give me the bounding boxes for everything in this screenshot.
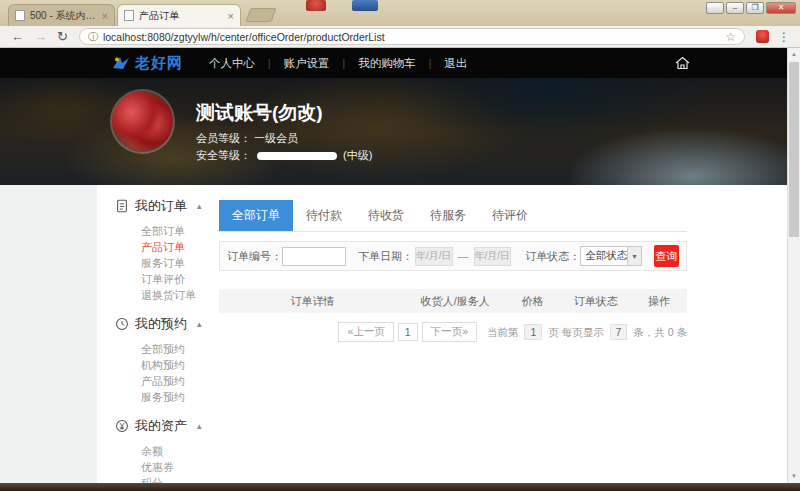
column-order-details: 订单详情: [219, 294, 406, 309]
window-bottom-edge: [0, 483, 800, 491]
sidebar-item-coupons[interactable]: 优惠券: [141, 459, 219, 475]
date-to-input[interactable]: 年/月/日: [474, 247, 512, 266]
yuan-circle-icon: [115, 419, 129, 433]
avatar[interactable]: [112, 91, 173, 152]
nav-separator: |: [343, 58, 346, 69]
sidebar-section-title: 我的订单: [135, 197, 187, 215]
sidebar-item-product-orders[interactable]: 产品订单: [141, 239, 219, 255]
sidebar-item-balance[interactable]: 余额: [141, 443, 219, 459]
column-consignee: 收货人/服务人: [406, 294, 504, 309]
sidebar-item-order-reviews[interactable]: 订单评价: [141, 271, 219, 287]
member-level-value: 一级会员: [254, 132, 298, 144]
sidebar-section-title: 我的资产: [135, 417, 187, 435]
current-page-value: 1: [524, 324, 542, 340]
next-page-button[interactable]: 下一页»: [422, 322, 477, 342]
sidebar-order-items: 全部订单 产品订单 服务订单 订单评价 退换货订单: [115, 223, 219, 303]
sidebar-item-all-appointments[interactable]: 全部预约: [141, 341, 219, 357]
chevron-down-icon: ▾: [627, 247, 641, 265]
security-level-line: 安全等级： (中级): [196, 148, 372, 163]
sidebar-section-my-assets[interactable]: 我的资产 ▴: [115, 417, 219, 435]
minimize-button[interactable]: –: [726, 2, 744, 14]
order-status-label: 订单状态：: [525, 249, 580, 264]
security-level-value: (中级): [343, 148, 372, 163]
back-icon[interactable]: ←: [6, 27, 29, 47]
site-logo[interactable]: 老好网: [112, 54, 183, 73]
nav-separator: |: [268, 58, 271, 69]
browser-menu-icon[interactable]: ⋮: [774, 30, 794, 44]
tab-all-orders[interactable]: 全部订单: [219, 200, 293, 231]
order-no-input[interactable]: [282, 247, 346, 266]
clock-icon: [115, 317, 129, 331]
page-scrollbar[interactable]: ▲ ▼: [787, 48, 800, 483]
tab-pending-service[interactable]: 待服务: [417, 200, 479, 231]
sidebar-section-title: 我的预约: [135, 315, 187, 333]
page-favicon: [124, 10, 134, 21]
current-page-button[interactable]: 1: [398, 323, 418, 341]
collapse-arrow-icon[interactable]: ▴: [197, 319, 202, 329]
site-info-icon[interactable]: ⓘ: [88, 30, 98, 44]
order-status-select[interactable]: 全部状态 ▾: [580, 246, 642, 266]
maximize-button[interactable]: ❐: [746, 2, 764, 14]
column-order-status: 订单状态: [561, 294, 631, 309]
new-tab-button[interactable]: [245, 8, 276, 22]
window-titlebar: 500 - 系统内部错误 × 产品订单 × – ❐ ✕: [0, 0, 800, 26]
extension-icon[interactable]: [756, 30, 769, 43]
pagination: «上一页 1 下一页» 当前第 1 页 每页显示 7 条，共 0 条: [219, 322, 687, 342]
sidebar-item-product-appointments[interactable]: 产品预约: [141, 373, 219, 389]
home-icon[interactable]: [674, 55, 691, 71]
window-profile-button[interactable]: [706, 2, 724, 14]
sidebar-item-all-orders[interactable]: 全部订单: [141, 223, 219, 239]
date-from-input[interactable]: 年/月/日: [415, 247, 453, 266]
nav-item-account-settings[interactable]: 账户设置: [284, 56, 330, 71]
sidebar: 我的订单 ▴ 全部订单 产品订单 服务订单 订单评价 退换货订单: [97, 185, 219, 483]
nav-item-shopping-cart[interactable]: 我的购物车: [358, 56, 416, 71]
url-text[interactable]: localhost:8080/zgtyylw/h/center/officeOr…: [103, 31, 720, 43]
nav-item-logout[interactable]: 退出: [444, 56, 467, 71]
collapse-arrow-icon[interactable]: ▴: [197, 201, 202, 211]
tab-close-icon[interactable]: ×: [228, 10, 234, 22]
current-page-prefix: 当前第: [487, 326, 519, 338]
column-action: 操作: [631, 294, 687, 309]
sidebar-asset-items: 余额 优惠券 积分: [115, 443, 219, 483]
page-favicon: [15, 10, 25, 21]
browser-window: 500 - 系统内部错误 × 产品订单 × – ❐ ✕ ← → ↻ ⓘ loca…: [0, 0, 800, 491]
forward-icon[interactable]: →: [29, 27, 52, 47]
sidebar-item-institution-appointments[interactable]: 机构预约: [141, 357, 219, 373]
tab-pending-review[interactable]: 待评价: [479, 200, 541, 231]
order-table-header: 订单详情 收货人/服务人 价格 订单状态 操作: [219, 289, 687, 313]
scroll-up-icon[interactable]: ▲: [788, 48, 800, 61]
tab-close-icon[interactable]: ×: [102, 10, 108, 22]
scroll-down-icon[interactable]: ▼: [788, 470, 800, 483]
browser-tab-error-page[interactable]: 500 - 系统内部错误 ×: [8, 4, 115, 26]
refresh-icon[interactable]: ↻: [52, 27, 73, 47]
page-viewport: 老好网 个人中心 | 账户设置 | 我的购物车 | 退出 测试账号(勿改) 会员…: [0, 48, 787, 483]
address-bar[interactable]: ⓘ localhost:8080/zgtyylw/h/center/office…: [79, 28, 745, 45]
security-progress-bar: [257, 152, 337, 160]
sidebar-item-return-orders[interactable]: 退换货订单: [141, 287, 219, 303]
site-nav: 老好网 个人中心 | 账户设置 | 我的购物车 | 退出: [0, 48, 787, 78]
sidebar-section-my-appointments[interactable]: 我的预约 ▴: [115, 315, 219, 333]
sidebar-item-service-appointments[interactable]: 服务预约: [141, 389, 219, 405]
nav-separator: |: [429, 58, 432, 69]
collapse-arrow-icon[interactable]: ▴: [197, 421, 202, 431]
sidebar-item-service-orders[interactable]: 服务订单: [141, 255, 219, 271]
search-button[interactable]: 查询: [654, 245, 679, 267]
tab-pending-payment[interactable]: 待付款: [293, 200, 355, 231]
order-filter-bar: 订单编号： 下单日期： 年/月/日 — 年/月/日 订单状态： 全部状态 ▾ 查…: [219, 241, 687, 271]
per-page-value: 7: [610, 324, 628, 340]
tab-pending-receipt[interactable]: 待收货: [355, 200, 417, 231]
nav-item-personal-center[interactable]: 个人中心: [209, 56, 255, 71]
order-date-label: 下单日期：: [358, 249, 413, 264]
sidebar-item-points[interactable]: 积分: [141, 475, 219, 483]
pagination-summary: 当前第 1 页 每页显示 7 条，共 0 条: [487, 324, 687, 340]
order-tabs: 全部订单 待付款 待收货 待服务 待评价: [219, 200, 687, 232]
close-button[interactable]: ✕: [766, 2, 796, 14]
scrollbar-thumb[interactable]: [789, 62, 799, 237]
prev-page-button[interactable]: «上一页: [338, 322, 393, 342]
order-content: 全部订单 待付款 待收货 待服务 待评价 订单编号： 下单日期： 年/月/日 —…: [219, 185, 687, 483]
content-container: 我的订单 ▴ 全部订单 产品订单 服务订单 订单评价 退换货订单: [97, 185, 787, 483]
browser-tab-product-order[interactable]: 产品订单 ×: [117, 4, 241, 26]
sidebar-section-my-orders[interactable]: 我的订单 ▴: [115, 197, 219, 215]
bookmark-star-icon[interactable]: ☆: [725, 30, 736, 44]
desktop-icon-red: [306, 0, 326, 11]
